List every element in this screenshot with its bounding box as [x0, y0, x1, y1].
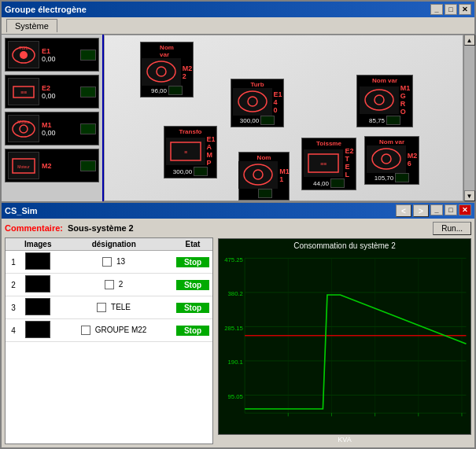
run-button[interactable]: Run...: [433, 222, 471, 235]
svg-text:380.2: 380.2: [228, 290, 243, 297]
e1-40-val: 300,00: [240, 117, 259, 124]
stop-button-1[interactable]: Stop: [176, 257, 209, 267]
scroll-track[interactable]: [464, 46, 474, 190]
row-4-num: 4: [6, 319, 21, 342]
left-panel: Turb E1 0,00 ≡≡ E2: [2, 35, 104, 201]
m1-value: 0,00: [42, 129, 78, 137]
e1-40-img: [233, 88, 272, 116]
systeme-menu[interactable]: Système: [6, 19, 57, 32]
row-3-etat: Stop: [173, 296, 212, 319]
device-info-m1: M1 0,00: [42, 121, 78, 137]
e1-40-footer: 300,00: [240, 116, 275, 125]
scroll-up-arrow[interactable]: ▲: [464, 35, 475, 46]
row-1-etat: Stop: [173, 251, 212, 274]
bottom-minimize-button[interactable]: _: [430, 204, 443, 215]
row-4-checkbox[interactable]: [81, 326, 90, 335]
svg-point-1: [20, 51, 28, 59]
e1-label: E1: [42, 47, 78, 55]
bottom-maximize-button[interactable]: □: [445, 204, 457, 215]
machine-block-e1-40[interactable]: Turb E140 300,00: [231, 79, 284, 127]
svg-point-23: [382, 154, 391, 164]
e1-amp-img: ≡: [166, 138, 205, 165]
svg-text:190.1: 190.1: [228, 359, 243, 366]
machine-block-m2-6[interactable]: Nom var M26 105,70: [364, 136, 419, 185]
e2-monitor: [80, 86, 96, 98]
m2-2-label: M22: [183, 64, 193, 80]
svg-point-6: [20, 125, 28, 133]
device-icon-m2: Moteur: [8, 152, 39, 179]
e1-40-monitor: [260, 116, 275, 125]
stop-button-2[interactable]: Stop: [176, 280, 209, 290]
col-num: [6, 238, 21, 251]
nav-right-button[interactable]: >: [413, 204, 429, 217]
e1-amp-title: Transfo: [179, 128, 202, 135]
stop-button-3[interactable]: Stop: [176, 303, 209, 313]
device-card-e1[interactable]: Turb E1 0,00: [5, 38, 99, 72]
svg-text:Turb: Turb: [19, 46, 29, 50]
m2-2-img: [142, 58, 181, 86]
device-card-m2[interactable]: Moteur M2: [5, 149, 99, 182]
e2-tel-val: 44,00: [313, 180, 329, 187]
e1-amp-monitor: [194, 167, 208, 176]
svg-text:≡≡: ≡≡: [320, 161, 327, 167]
minimize-button[interactable]: _: [430, 4, 443, 15]
row-1-checkbox[interactable]: [102, 257, 112, 267]
scroll-down-arrow[interactable]: ▼: [464, 190, 475, 201]
e2-label: E2: [42, 84, 78, 92]
device-icon-e2: ≡≡: [8, 78, 39, 105]
m1-gro-val: 85,75: [369, 117, 385, 124]
bottom-close-button[interactable]: ✕: [459, 204, 471, 215]
table-row: 3 TELE Stop: [6, 296, 212, 319]
svg-text:95.05: 95.05: [228, 393, 243, 400]
device-card-m1[interactable]: Moteur M1 0,00: [5, 112, 99, 145]
sim-right-panel: Run... Consommation du système 2: [218, 222, 471, 444]
comment-value: Sous-système 2: [68, 223, 134, 233]
main-canvas: Nomvar M22 96,00: [104, 35, 463, 201]
svg-text:285.15: 285.15: [224, 325, 243, 332]
machine-block-e2-tel[interactable]: Toissme ≡≡ E2TEL 44,00: [301, 138, 356, 190]
m2-2-monitor: [168, 86, 183, 95]
row-2-img: [21, 274, 54, 296]
svg-text:≡: ≡: [183, 149, 186, 155]
m2-6-title: Nom var: [379, 138, 404, 145]
machine-block-m2-2[interactable]: Nomvar M22 96,00: [140, 42, 194, 98]
table-row: 4 GROUPE M22 Stop: [6, 319, 212, 342]
e1-amp-val: 300,00: [173, 168, 192, 175]
svg-text:≡≡: ≡≡: [20, 90, 27, 95]
svg-point-18: [365, 90, 393, 110]
m2-6-img: [367, 145, 406, 173]
stop-button-4[interactable]: Stop: [176, 326, 209, 336]
m1-gro-img: [360, 86, 399, 114]
svg-point-22: [372, 149, 400, 169]
machine-block-e1-amp[interactable]: Transfo ≡ E1AMP 300,00: [164, 126, 217, 178]
bottom-titlebar: CS_Sim < > _ □ ✕: [2, 203, 474, 219]
device-icon-m1: Moteur: [8, 115, 39, 142]
machine-block-m1-1[interactable]: Nom M11: [238, 152, 290, 201]
e2-tel-img: ≡≡: [304, 149, 343, 177]
top-titlebar-controls: _ □ ✕: [430, 4, 471, 15]
row-2-checkbox[interactable]: [105, 280, 114, 289]
nav-left-button[interactable]: <: [396, 204, 411, 217]
maximize-button[interactable]: □: [445, 4, 457, 15]
sim-header: Commentaire: Sous-système 2: [5, 222, 213, 234]
chart-x-label: KVA: [218, 435, 471, 444]
device-card-e2[interactable]: ≡≡ E2 0,00: [5, 75, 99, 109]
bottom-content: Commentaire: Sous-système 2 Images désig…: [2, 219, 474, 447]
sim-table: Images désignation Etat 1 13: [6, 238, 212, 342]
row-3-checkbox[interactable]: [97, 303, 106, 312]
sim-table-container: Images désignation Etat 1 13: [5, 237, 213, 444]
row-3-desig: TELE: [54, 296, 173, 319]
device-info-e1: E1 0,00: [42, 47, 78, 63]
e1-40-label: E140: [274, 90, 282, 114]
m2-6-monitor: [395, 173, 409, 182]
chart-title: Consommation du système 2: [219, 239, 470, 250]
machine-block-m1-gro[interactable]: Nom var M1GRO 85,75: [356, 75, 413, 127]
e1-amp-label: E1AMP: [207, 135, 216, 167]
top-window-title: Groupe électrogène: [5, 5, 87, 14]
device-info-m2: M2: [42, 162, 78, 170]
e2-tel-monitor: [330, 178, 345, 188]
close-button[interactable]: ✕: [459, 4, 471, 15]
svg-text:Moteur: Moteur: [17, 120, 30, 124]
e2-tel-title: Toissme: [316, 140, 341, 147]
canvas-inner: Nomvar M22 96,00: [105, 35, 463, 201]
